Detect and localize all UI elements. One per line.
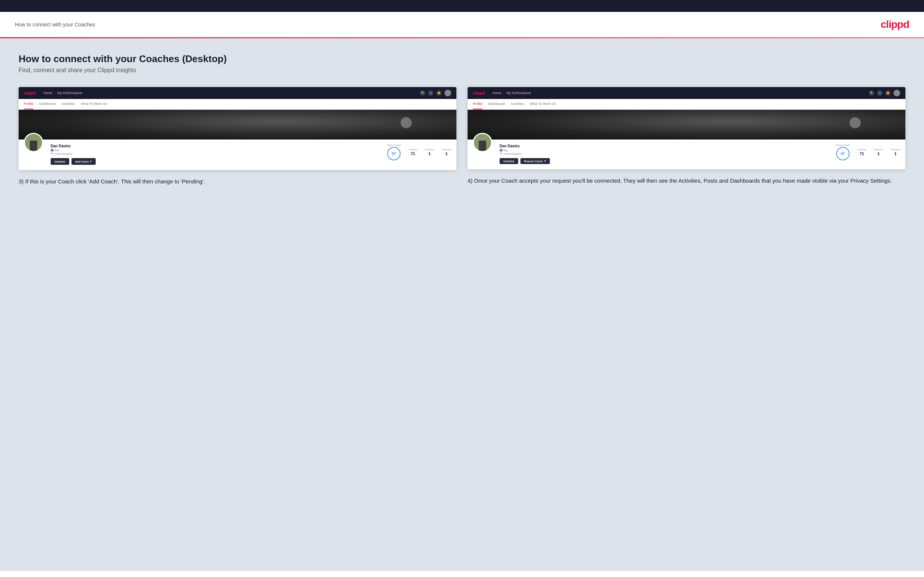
tab-profile-2[interactable]: Profile	[473, 99, 483, 110]
screenshot-frame-1: clippd Home My Performance 🔍 👤 🔔 Profile	[19, 87, 456, 170]
mock-nav-links-2: Home My Performance	[492, 91, 861, 95]
mock-profile-info-1: Dan Davies Pro United Kingdom Unfollow	[51, 144, 380, 165]
bell-icon-2: 🔔	[885, 90, 890, 96]
user-icon-2: 👤	[877, 90, 882, 96]
mock-avatar-wrap-2	[473, 133, 492, 152]
caption-step3: 3) If this is your Coach click 'Add Coac…	[19, 177, 456, 186]
search-icon-2: 🔍	[869, 90, 874, 96]
following-label-2: Following	[891, 148, 900, 151]
caption-step4: 4) Once your Coach accepts your request …	[468, 177, 905, 185]
mock-tabs-2: Profile Dashboard Activities What To Wor…	[468, 99, 905, 110]
followers-label-2: Followers	[874, 148, 884, 151]
followers-value-2: 1	[874, 152, 884, 156]
activities-stat-2: Activities 71	[857, 148, 866, 156]
activities-stat-1: Activities 71	[409, 148, 417, 156]
quality-label-1: Player Quality	[387, 144, 401, 146]
mock-profile-name-2: Dan Davies	[499, 144, 829, 148]
screenshot-col-1: clippd Home My Performance 🔍 👤 🔔 Profile	[19, 87, 456, 186]
mock-stats-1: Player Quality 97 Activities 71 Follower…	[387, 144, 451, 160]
avatar-figure-2	[479, 140, 486, 151]
mock-nav-2: clippd Home My Performance 🔍 👤 🔔	[468, 87, 905, 99]
bell-icon-1: 🔔	[436, 90, 441, 96]
tab-whattoworkon-2[interactable]: What To Work On	[530, 99, 556, 110]
main-content: How to connect with your Coaches (Deskto…	[0, 38, 924, 571]
following-stat-2: Following 1	[891, 148, 900, 156]
mock-stats-2: Player Quality 97 Activities 71 Follower…	[836, 144, 900, 160]
page-subtitle: Find, connect and share your Clippd insi…	[19, 67, 905, 74]
activities-value-1: 71	[409, 152, 417, 156]
avatar-figure-1	[30, 140, 37, 151]
tab-profile-1[interactable]: Profile	[24, 99, 34, 110]
following-value-2: 1	[891, 152, 900, 156]
following-stat-1: Following 1	[442, 148, 451, 156]
screenshot-col-2: clippd Home My Performance 🔍 👤 🔔 Profile	[468, 87, 905, 186]
followers-stat-2: Followers 1	[874, 148, 884, 156]
footer: Copyright Clippd 2022	[0, 571, 924, 577]
mock-nav-home-2: Home	[492, 91, 501, 95]
quality-stat-1: Player Quality 97	[387, 144, 401, 160]
activities-label-2: Activities	[857, 148, 866, 151]
header-title: How to connect with your Coaches	[15, 22, 95, 27]
mock-profile-section-1: Dan Davies Pro United Kingdom Unfollow	[19, 140, 456, 170]
mock-hero-img-1	[19, 110, 456, 140]
unfollow-button-2[interactable]: Unfollow	[499, 158, 518, 164]
top-bar	[0, 0, 924, 12]
mock-hero-circle-1	[401, 117, 412, 128]
mock-hero-circle-2	[850, 117, 861, 128]
tab-activities-2[interactable]: Activities	[511, 99, 524, 110]
mock-nav-icons-1: 🔍 👤 🔔	[420, 90, 451, 96]
following-value-1: 1	[442, 152, 451, 156]
nav-avatar-1	[444, 90, 451, 96]
x-icon-remove	[544, 160, 546, 163]
followers-stat-1: Followers 1	[425, 148, 435, 156]
activities-value-2: 71	[857, 152, 866, 156]
logo: clippd	[881, 19, 909, 31]
add-coach-button-1[interactable]: Add Coach	[71, 158, 96, 165]
mock-tabs-1: Profile Dashboard Activities What To Wor…	[19, 99, 456, 110]
mock-avatar-2	[473, 133, 492, 152]
mock-nav-performance-1: My Performance	[57, 91, 82, 95]
quality-stat-2: Player Quality 97	[836, 144, 850, 160]
quality-label-2: Player Quality	[836, 144, 850, 146]
mock-profile-badge-1: Pro	[51, 149, 380, 152]
page-title: How to connect with your Coaches (Deskto…	[19, 53, 905, 65]
mock-profile-name-1: Dan Davies	[51, 144, 380, 148]
screenshots-row: clippd Home My Performance 🔍 👤 🔔 Profile	[19, 87, 905, 186]
location-text-1: United Kingdom	[54, 153, 73, 155]
screenshot-frame-2: clippd Home My Performance 🔍 👤 🔔 Profile	[468, 87, 905, 169]
followers-label-1: Followers	[425, 148, 435, 151]
mock-profile-badge-2: Pro	[499, 149, 829, 152]
quality-circle-2: 97	[836, 147, 850, 160]
nav-avatar-2	[893, 90, 900, 96]
mock-nav-links-1: Home My Performance	[43, 91, 412, 95]
activities-label-1: Activities	[409, 148, 417, 151]
plus-icon-1	[90, 160, 92, 163]
tab-whattoworkon-1[interactable]: What To Work On	[81, 99, 107, 110]
mock-hero-img-2	[468, 110, 905, 140]
badge-text-1: Pro	[55, 149, 59, 152]
badge-icon-1	[51, 149, 53, 152]
mock-avatar-wrap-1	[24, 133, 43, 152]
tab-dashboard-2[interactable]: Dashboard	[488, 99, 505, 110]
mock-profile-section-2: Dan Davies Pro United Kingdom Unfollow	[468, 140, 905, 169]
mock-nav-1: clippd Home My Performance 🔍 👤 🔔	[19, 87, 456, 99]
mock-buttons-2: Unfollow Remove Coach	[499, 158, 829, 164]
user-icon-1: 👤	[428, 90, 433, 96]
mock-nav-home-1: Home	[43, 91, 52, 95]
search-icon-1: 🔍	[420, 90, 425, 96]
mock-hero-2	[468, 110, 905, 140]
badge-icon-2	[499, 149, 502, 152]
mock-profile-info-2: Dan Davies Pro United Kingdom Unfollow	[499, 144, 829, 164]
location-text-2: United Kingdom	[503, 153, 522, 155]
mock-location-1: United Kingdom	[51, 153, 380, 155]
followers-value-1: 1	[425, 152, 435, 156]
remove-coach-button[interactable]: Remove Coach	[520, 158, 550, 164]
tab-activities-1[interactable]: Activities	[62, 99, 75, 110]
unfollow-button-1[interactable]: Unfollow	[51, 158, 69, 165]
mock-nav-icons-2: 🔍 👤 🔔	[869, 90, 900, 96]
tab-dashboard-1[interactable]: Dashboard	[39, 99, 56, 110]
badge-text-2: Pro	[504, 149, 508, 152]
header: How to connect with your Coaches clippd	[0, 12, 924, 37]
mock-hero-1	[19, 110, 456, 140]
quality-circle-1: 97	[387, 147, 401, 160]
